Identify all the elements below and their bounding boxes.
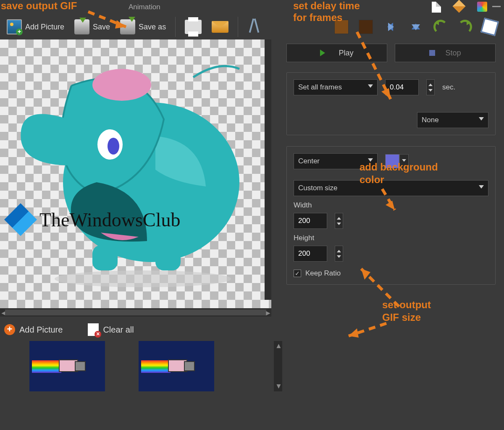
keep-ratio-label: Keep Ratio <box>305 269 341 278</box>
minimize-button[interactable] <box>492 6 501 7</box>
print-button[interactable] <box>182 18 204 36</box>
checkbox-icon <box>294 270 301 277</box>
picture-icon <box>7 19 22 34</box>
save-as-icon <box>120 19 135 34</box>
svg-rect-2 <box>155 245 181 270</box>
align-value: Center <box>298 157 320 165</box>
transition-select[interactable]: None <box>417 112 488 128</box>
chevron-down-icon <box>479 117 484 123</box>
flip-horizontal-button[interactable] <box>381 18 401 36</box>
frames-bar: Add Picture Clear all <box>0 317 278 394</box>
add-picture-button[interactable]: Add Picture <box>4 18 67 36</box>
save-icon <box>74 19 89 34</box>
chevron-down-icon <box>368 84 373 90</box>
save-as-label: Save as <box>139 23 166 31</box>
print-icon <box>185 20 202 34</box>
watermark-text: TheWindowsClub <box>39 209 180 231</box>
stop-button[interactable]: Stop <box>395 44 496 62</box>
rotate-right-button[interactable] <box>455 18 475 36</box>
add-circle-icon <box>4 324 15 335</box>
canvas-image <box>17 52 252 287</box>
canvas-hscroll[interactable]: ◄ ► <box>0 308 271 317</box>
menubar: Animation <box>0 0 504 14</box>
scissors-icon <box>247 18 261 35</box>
chevron-down-icon <box>368 158 373 164</box>
frames-thumbnails <box>4 341 274 391</box>
save-button[interactable]: Save <box>72 18 113 36</box>
scroll-right-icon[interactable]: ► <box>265 309 271 316</box>
frame-thumbnail[interactable] <box>29 341 105 391</box>
frame-scope-value: Set all frames <box>298 83 342 92</box>
frame-tool-1[interactable] <box>332 18 351 36</box>
play-icon <box>320 50 328 56</box>
watermark: TheWindowsClub <box>4 203 180 236</box>
scroll-up-icon[interactable]: ▲ <box>275 342 281 350</box>
flip-vertical-button[interactable] <box>406 18 426 36</box>
frame-thumbnail[interactable] <box>139 341 214 391</box>
canvas-vscroll[interactable] <box>265 39 271 300</box>
width-label: Width <box>294 201 488 210</box>
toolbar: Add Picture Save Save as <box>0 14 504 39</box>
flip-v-icon <box>408 19 423 34</box>
brown-dark-icon <box>359 20 373 34</box>
width-spinner[interactable] <box>335 213 343 229</box>
save-as-button[interactable]: Save as <box>118 18 168 36</box>
clear-icon <box>88 323 99 336</box>
titlebar-icons <box>432 2 487 12</box>
mail-icon <box>212 21 228 33</box>
stop-label: Stop <box>445 49 461 58</box>
canvas[interactable]: TheWindowsClub <box>0 39 271 308</box>
app-window: Animation Add Picture Save Save as <box>0 0 504 430</box>
size-mode-select[interactable]: Custom size <box>294 180 488 196</box>
right-panel: Play Stop Set all frames 0.04 sec. <box>278 39 504 430</box>
sec-label: sec. <box>442 83 455 92</box>
rotate-right-icon <box>458 20 472 34</box>
palette-icon[interactable] <box>477 2 487 12</box>
size-mode-value: Custom size <box>298 184 338 192</box>
svg-point-5 <box>108 138 119 155</box>
menu-animation[interactable]: Animation <box>125 1 164 13</box>
keep-ratio-checkbox[interactable]: Keep Ratio <box>294 269 488 278</box>
frames-clear-all-label: Clear all <box>103 325 134 335</box>
new-doc-icon[interactable] <box>432 2 442 12</box>
add-picture-label: Add Picture <box>25 23 64 31</box>
align-select[interactable]: Center <box>294 153 378 169</box>
chevron-down-icon <box>479 185 484 191</box>
watermark-logo-icon <box>4 203 37 236</box>
frames-add-picture-label: Add Picture <box>19 325 63 335</box>
frame-tool-2[interactable] <box>356 18 375 36</box>
toolbar-divider-2 <box>238 17 238 37</box>
brown-icon <box>334 20 349 34</box>
output-group: Center Custom size Width 200 <box>286 146 496 285</box>
play-button[interactable]: Play <box>286 44 387 62</box>
frame-scope-select[interactable]: Set all frames <box>294 79 378 95</box>
svg-point-3 <box>92 69 151 101</box>
transition-value: None <box>422 116 439 124</box>
cut-button[interactable] <box>245 17 263 37</box>
height-input[interactable]: 200 <box>294 246 327 262</box>
pencil-icon[interactable] <box>454 2 465 12</box>
rotate-left-button[interactable] <box>431 18 450 36</box>
rotate-free-button[interactable] <box>480 18 500 36</box>
delay-input[interactable]: 0.04 <box>385 79 419 95</box>
svg-point-6 <box>55 270 231 287</box>
scroll-down-icon[interactable]: ▼ <box>275 382 281 391</box>
width-input[interactable]: 200 <box>294 213 327 229</box>
height-spinner[interactable] <box>335 246 343 262</box>
canvas-column: TheWindowsClub ◄ ► Add Picture <box>0 39 278 430</box>
svg-rect-1 <box>92 245 118 270</box>
mail-button[interactable] <box>209 19 231 34</box>
frames-clear-all-button[interactable]: Clear all <box>88 323 134 336</box>
delay-spinner[interactable] <box>426 79 435 95</box>
main-area: TheWindowsClub ◄ ► Add Picture <box>0 39 504 430</box>
stop-icon <box>429 50 435 56</box>
play-label: Play <box>339 49 353 58</box>
height-label: Height <box>294 234 488 242</box>
frames-vscroll[interactable]: ▲ ▼ <box>274 341 282 391</box>
hscroll-thumb[interactable] <box>5 309 266 315</box>
rotate-left-icon <box>433 20 448 34</box>
frames-add-picture-button[interactable]: Add Picture <box>4 324 63 335</box>
timing-group: Set all frames 0.04 sec. None <box>286 72 496 135</box>
bg-color-swatch[interactable] <box>385 154 399 168</box>
bg-color-dropdown[interactable] <box>399 154 409 168</box>
